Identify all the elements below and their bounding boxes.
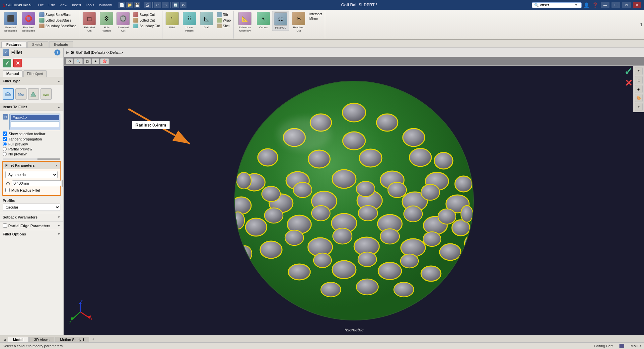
svg-point-11 [343, 132, 365, 150]
items-to-fillet-header[interactable]: Items To Fillet ▲ [0, 103, 63, 111]
menu-window[interactable]: Window [97, 2, 114, 8]
instant3d-button[interactable]: 3D Instant3D [272, 11, 289, 31]
vp-view-selector[interactable]: 🎯 [100, 58, 109, 64]
tangent-propagation-checkbox[interactable] [3, 137, 7, 141]
save-icon[interactable]: 💾 [134, 2, 140, 8]
fillet-parameters-header[interactable]: Fillet Parameters ▲ [3, 162, 60, 169]
maximize-button[interactable]: □ [611, 2, 620, 8]
vp-zoom-button[interactable]: 🔍 [74, 58, 83, 64]
new-icon[interactable]: 📄 [118, 2, 125, 8]
rib-button[interactable]: Rib [215, 12, 232, 17]
model-arrow[interactable]: ▶ [66, 50, 69, 54]
tab-sketch[interactable]: Sketch [27, 41, 48, 47]
draft-button[interactable]: ◺ Draft [199, 11, 215, 30]
symmetric-dropdown[interactable]: Symmetric Asymmetric [5, 171, 58, 178]
profile-section: Profile: Circular Curvature Continuous C… [0, 197, 63, 213]
golf-ball-view[interactable] [64, 66, 644, 335]
3d-viewport[interactable]: ▶ ⚙ Golf Ball (Default) <<Defa...> ⟲ 🔍 ◻… [64, 48, 644, 335]
user-icon[interactable]: 👤 [584, 2, 590, 8]
rendering-button[interactable]: ✦ [635, 103, 643, 111]
partial-edge-checkbox[interactable] [3, 223, 7, 228]
undo-icon[interactable]: ↩ [154, 2, 161, 8]
bottom-tab-scroll-left[interactable]: ◀ [1, 337, 8, 342]
subtab-manual[interactable]: Manual [3, 70, 23, 77]
fillet-type-face-button[interactable] [28, 88, 39, 100]
hole-wizard-button[interactable]: ⚙ Hole Wizard [99, 11, 114, 34]
restore-button[interactable]: ⧉ [622, 2, 631, 8]
show-selection-checkbox[interactable] [3, 131, 7, 136]
lofted-boss-base-button[interactable]: Lofted Boss/Base [38, 18, 78, 23]
tab-evaluate[interactable]: Evaluate [49, 41, 73, 47]
view-section-button[interactable]: ◈ [635, 85, 643, 93]
radius-value-input[interactable] [12, 180, 61, 186]
menu-tools[interactable]: Tools [84, 2, 96, 8]
help-icon[interactable]: ❓ [592, 2, 599, 8]
cancel-button[interactable]: ✕ [13, 59, 22, 67]
fillet-type-full-round-button[interactable] [40, 88, 52, 100]
toolbar-expand-arrow[interactable]: ⬆ [639, 22, 643, 27]
shell-button[interactable]: Shell [215, 23, 232, 29]
ok-button[interactable]: ✓ [3, 59, 11, 67]
fillet-type-variable-button[interactable] [15, 88, 27, 100]
partial-preview-radio[interactable] [3, 147, 7, 151]
search-input[interactable] [540, 3, 573, 7]
menu-view[interactable]: View [57, 2, 69, 8]
linear-pattern-button[interactable]: ⠿ Linear Pattern [181, 11, 198, 34]
radius-callout[interactable]: Radius: 0.4mm [132, 121, 170, 129]
search-box[interactable]: 🔍 ▼ [532, 2, 582, 8]
revolved-cut-2-button[interactable]: ✂ Revolved Cut [290, 11, 307, 34]
search-dropdown-icon[interactable]: ▼ [575, 3, 578, 7]
boundary-cut-button[interactable]: Boundary Cut [132, 23, 161, 29]
curves-button[interactable]: ∿ Curves [255, 11, 271, 30]
partial-edge-header[interactable]: Partial Edge Parameters ▼ [0, 221, 63, 230]
rebuild-icon[interactable]: 🔄 [172, 2, 179, 8]
print-icon[interactable]: 🖨 [144, 2, 151, 8]
vp-view-orient-button[interactable]: ⟲ [66, 58, 73, 64]
menu-edit[interactable]: Edit [46, 2, 57, 8]
revolved-boss-base-button[interactable]: ⭕ Revolved Boss/Base [20, 11, 37, 34]
face-list[interactable]: Face<1> [9, 114, 60, 130]
subtab-filletxpert[interactable]: FilletXpert [23, 70, 47, 77]
redo-icon[interactable]: ↪ [162, 2, 169, 8]
extruded-boss-base-button[interactable]: ⬛ Extruded Boss/Base [2, 11, 19, 34]
menu-file[interactable]: File [36, 2, 46, 8]
add-tab-button[interactable]: + [90, 336, 96, 342]
tab-3d-views[interactable]: 3D Views [29, 337, 54, 342]
svg-point-65 [237, 172, 251, 189]
open-icon[interactable]: 📁 [126, 2, 133, 8]
svg-point-42 [312, 206, 330, 221]
tab-features[interactable]: Features [1, 41, 27, 47]
setback-header[interactable]: Setback Parameters ▼ [0, 213, 63, 221]
no-preview-radio[interactable] [3, 152, 7, 156]
swept-cut-button[interactable]: Swept Cut [132, 12, 161, 17]
help-button[interactable]: ? [54, 49, 60, 55]
close-button[interactable]: ✕ [633, 2, 641, 8]
lofted-cut-button[interactable]: Lofted Cut [132, 18, 161, 23]
tab-motion-study[interactable]: Motion Study 1 [55, 337, 89, 342]
fillet-type-header[interactable]: Fillet Type ▲ [0, 77, 63, 85]
appearance-button[interactable]: 🎨 [635, 94, 643, 102]
menu-insert[interactable]: Insert [70, 2, 83, 8]
wrap-button[interactable]: Wrap [215, 18, 232, 23]
swept-boss-base-button[interactable]: Swept Boss/Base [38, 12, 78, 17]
tab-model[interactable]: Model [8, 337, 29, 342]
mirror-button[interactable]: Mirror [308, 17, 323, 21]
vp-section-button[interactable]: ✦ [92, 58, 99, 64]
intersect-button[interactable]: Intersect [308, 12, 323, 16]
minimize-button[interactable]: — [601, 2, 609, 8]
fillet-type-constant-button[interactable] [3, 88, 14, 100]
fillet-toolbar-button[interactable]: ◜ Fillet [164, 11, 180, 30]
boundary-boss-base-button[interactable]: Boundary Boss/Base [38, 23, 78, 29]
profile-dropdown[interactable]: Circular Curvature Continuous Conic [3, 204, 60, 211]
options-icon[interactable]: ⚙ [180, 2, 186, 8]
vp-display-button[interactable]: ◻ [84, 58, 91, 64]
full-preview-radio[interactable] [3, 142, 7, 146]
multi-radius-checkbox[interactable] [5, 188, 10, 192]
view-zoom-fit-button[interactable]: ⊡ [635, 76, 643, 84]
reference-geometry-button[interactable]: 📐 Reference Geometry [235, 11, 255, 34]
fillet-options-header[interactable]: Fillet Options ▼ [0, 230, 63, 238]
revolved-cut-button[interactable]: 🔘 Revolved Cut [115, 11, 131, 34]
editing-part-icon[interactable] [619, 344, 624, 348]
extruded-cut-button[interactable]: ◻ Extruded Cut [81, 11, 98, 34]
view-orient-button[interactable]: ⟲ [635, 67, 643, 75]
